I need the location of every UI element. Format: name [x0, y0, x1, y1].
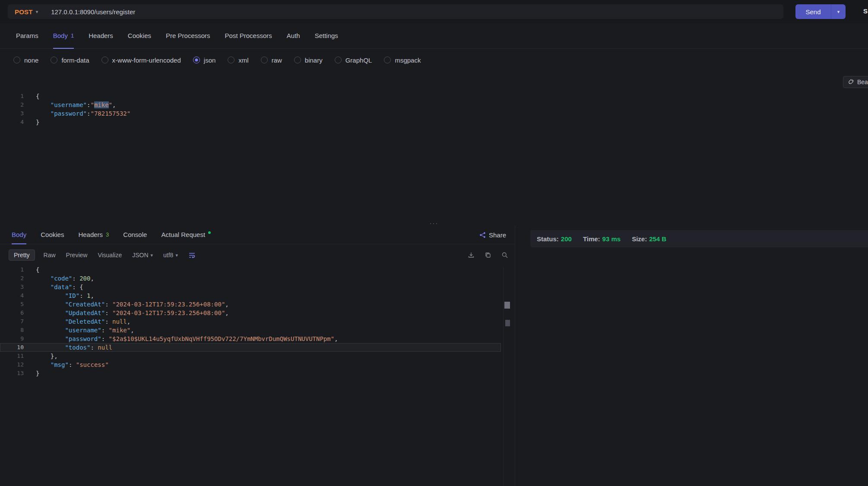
tab-label: Pre Processors [166, 32, 210, 39]
response-tab-body[interactable]: Body [12, 225, 26, 244]
body-count-badge: 1 [71, 32, 74, 39]
request-tab-pre-processors[interactable]: Pre Processors [166, 23, 210, 49]
line-number: 13 [0, 369, 24, 378]
code-text: "CreatedAt": "2024-03-12T17:59:23.256+08… [24, 300, 229, 309]
search-button[interactable] [501, 252, 508, 259]
response-meta-bar: Status: 200 Time: 93 ms Size: 254 B [530, 230, 868, 247]
view-pretty-button[interactable]: Pretty [9, 249, 35, 261]
tab-label: Body [53, 32, 68, 39]
chevron-down-icon: ▾ [36, 9, 38, 14]
tab-label: Actual Request [161, 231, 205, 238]
encoding-select-value: utf8 [163, 252, 173, 259]
response-tab-headers[interactable]: Headers 3 [78, 225, 109, 244]
radio-icon [51, 57, 57, 63]
editor-overview-ruler [503, 267, 504, 486]
response-tab-console[interactable]: Console [123, 225, 147, 244]
copy-button[interactable] [485, 252, 491, 259]
chevron-down-icon: ▾ [175, 253, 178, 258]
word-wrap-toggle[interactable] [188, 252, 196, 259]
encoding-select[interactable]: utf8 ▾ [163, 252, 178, 259]
radio-label: form-data [61, 57, 89, 64]
format-select[interactable]: JSON ▾ [132, 252, 153, 259]
ruler-mark [504, 302, 510, 309]
response-body-editor[interactable]: 1{2 "code": 200,3 "data": {4 "ID": 1,5 "… [0, 263, 501, 378]
status-meta: Status: 200 [537, 235, 572, 243]
code-line-11: 11 }, [0, 352, 501, 360]
view-raw-button[interactable]: Raw [44, 252, 56, 259]
send-button[interactable]: Send [795, 4, 831, 19]
line-number: 4 [0, 291, 24, 300]
status-value: 200 [561, 235, 572, 243]
body-type-radio-raw[interactable]: raw [261, 57, 282, 64]
time-label: Time: [583, 235, 600, 243]
request-tab-params[interactable]: Params [16, 23, 38, 49]
toolbar-right-icons [468, 252, 508, 259]
code-text: "UpdatedAt": "2024-03-12T17:59:23.256+08… [24, 309, 229, 317]
response-tab-actual-request[interactable]: Actual Request [161, 225, 211, 244]
code-text: { [24, 92, 39, 101]
pane-splitter[interactable]: ··· [0, 219, 868, 225]
view-preview-button[interactable]: Preview [66, 252, 88, 259]
body-type-radio-xml[interactable]: xml [228, 57, 248, 64]
code-text: "code": 200, [24, 274, 94, 283]
code-text: "ID": 1, [24, 291, 94, 300]
beautify-label: Beautify [857, 79, 868, 85]
body-type-radio-graphql[interactable]: GraphQL [335, 57, 372, 64]
line-number: 6 [0, 309, 24, 317]
chevron-down-icon: ▾ [837, 9, 840, 14]
radio-label: msgpack [395, 57, 421, 64]
code-text: "password": "$2a$10$UKL14u5yqfUxbNqVHff9… [24, 335, 338, 343]
line-number: 10 [0, 343, 24, 352]
code-text: "username":"mike", [24, 101, 116, 109]
tab-label: Cookies [41, 231, 64, 238]
send-options-button[interactable]: ▾ [831, 4, 846, 19]
code-text: "DeletedAt": null, [24, 317, 130, 326]
size-label: Size: [632, 235, 647, 243]
request-tab-post-processors[interactable]: Post Processors [225, 23, 272, 49]
beautify-button[interactable]: Beautify [843, 76, 868, 88]
method-label: POST [15, 8, 33, 16]
radio-icon [261, 57, 268, 63]
code-text: }, [24, 352, 58, 360]
size-value: 254 B [649, 235, 666, 243]
code-line-9: 9 "password": "$2a$10$UKL14u5yqfUxbNqVHf… [0, 335, 501, 343]
request-tab-settings[interactable]: Settings [315, 23, 338, 49]
request-tab-auth[interactable]: Auth [287, 23, 300, 49]
body-type-radio-none[interactable]: none [13, 57, 38, 64]
code-line-1: 1{ [0, 92, 777, 101]
code-line-7: 7 "DeletedAt": null, [0, 317, 501, 326]
pane-vertical-divider[interactable] [515, 225, 515, 486]
line-number: 7 [0, 317, 24, 326]
tab-label: Cookies [128, 32, 151, 39]
radio-icon [384, 57, 391, 63]
url-field[interactable]: POST ▾ 127.0.0.1:8090/users/register [8, 4, 783, 19]
radio-label: xml [238, 57, 248, 64]
code-line-10: 10 "todos": null [0, 343, 501, 352]
body-type-radio-json[interactable]: json [193, 57, 216, 64]
body-type-radio-msgpack[interactable]: msgpack [384, 57, 421, 64]
body-type-radio-binary[interactable]: binary [294, 57, 323, 64]
radio-label: none [24, 57, 38, 64]
save-button[interactable]: S [863, 7, 868, 15]
request-body-editor[interactable]: 1{2 "username":"mike",3 "password":"7821… [0, 92, 777, 126]
request-tab-body[interactable]: Body 1 [53, 23, 74, 49]
share-button[interactable]: Share [479, 225, 506, 244]
line-number: 9 [0, 335, 24, 343]
line-number: 12 [0, 360, 24, 369]
code-line-1: 1{ [0, 265, 501, 274]
request-tab-headers[interactable]: Headers [89, 23, 113, 49]
response-tab-cookies[interactable]: Cookies [41, 225, 64, 244]
body-type-radio-x-www-form-urlencoded[interactable]: x-www-form-urlencoded [101, 57, 181, 64]
url-input[interactable]: 127.0.0.1:8090/users/register [51, 8, 135, 16]
body-type-radio-form-data[interactable]: form-data [51, 57, 89, 64]
request-tab-cookies[interactable]: Cookies [128, 23, 151, 49]
tab-label: Body [12, 231, 26, 238]
view-visualize-button[interactable]: Visualize [98, 252, 122, 259]
download-button[interactable] [468, 252, 475, 259]
code-line-4: 4} [0, 118, 777, 126]
tab-label: Settings [315, 32, 338, 39]
code-text: "username": "mike", [24, 326, 134, 335]
line-number: 11 [0, 352, 24, 360]
method-dropdown[interactable]: POST ▾ [8, 4, 45, 19]
copy-icon [485, 252, 491, 259]
